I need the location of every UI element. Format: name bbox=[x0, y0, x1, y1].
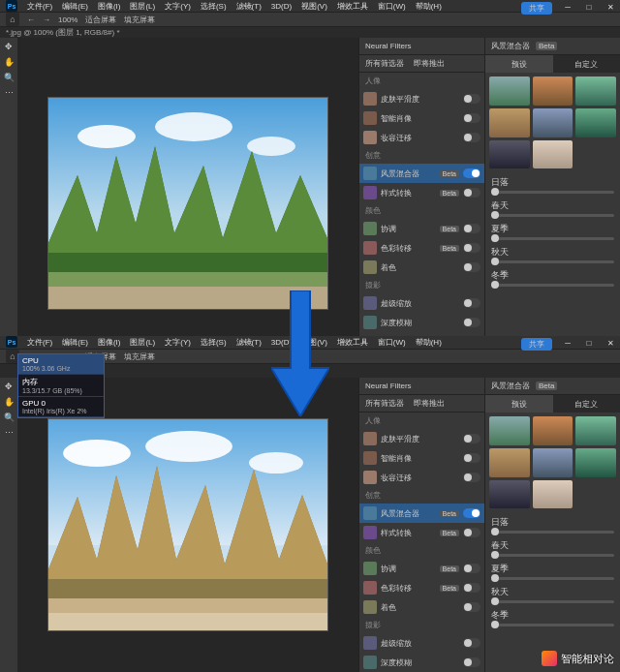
toggle[interactable] bbox=[463, 188, 480, 198]
menu-window[interactable]: 窗口(W) bbox=[378, 337, 406, 348]
toggle[interactable] bbox=[463, 318, 480, 327]
preset-thumb[interactable] bbox=[575, 108, 616, 137]
toggle[interactable] bbox=[463, 168, 480, 178]
menu-filter[interactable]: 滤镜(T) bbox=[236, 1, 262, 12]
menu-file[interactable]: 文件(F) bbox=[27, 337, 52, 348]
menu-edit[interactable]: 编辑(E) bbox=[62, 1, 88, 12]
zoom-tool-icon[interactable]: 🔍 bbox=[2, 411, 16, 424]
toggle[interactable] bbox=[463, 508, 480, 518]
toggle[interactable] bbox=[463, 564, 480, 573]
close-button[interactable]: ✕ bbox=[601, 0, 620, 14]
preset-thumb[interactable] bbox=[575, 448, 616, 477]
menu-window[interactable]: 窗口(W) bbox=[378, 1, 406, 12]
fill-screen[interactable]: 填充屏幕 bbox=[124, 15, 155, 25]
toggle[interactable] bbox=[463, 262, 480, 272]
toggle[interactable] bbox=[463, 602, 480, 612]
preset-thumb[interactable] bbox=[533, 480, 574, 509]
menu-help[interactable]: 帮助(H) bbox=[416, 1, 442, 12]
share-button[interactable]: 共享 bbox=[521, 2, 552, 15]
maximize-button[interactable]: □ bbox=[579, 0, 599, 14]
hand-tool-icon[interactable]: ✋ bbox=[2, 395, 16, 409]
more-tools-icon[interactable]: ⋯ bbox=[2, 86, 16, 100]
menu-3d[interactable]: 3D(D) bbox=[271, 2, 292, 11]
more-tools-icon[interactable]: ⋯ bbox=[2, 426, 16, 440]
rp-tab-presets[interactable]: 预设 bbox=[485, 395, 553, 412]
toggle[interactable] bbox=[463, 94, 480, 104]
rp-tab-presets[interactable]: 预设 bbox=[485, 55, 553, 73]
maximize-button[interactable]: □ bbox=[579, 336, 599, 350]
toggle[interactable] bbox=[463, 583, 480, 593]
slider[interactable] bbox=[491, 237, 614, 240]
toggle[interactable] bbox=[463, 657, 480, 667]
nf-tab-upcoming[interactable]: 即将推出 bbox=[414, 398, 445, 409]
preset-thumb[interactable] bbox=[489, 76, 530, 106]
zoom-value[interactable]: 100% bbox=[58, 15, 78, 24]
toggle[interactable] bbox=[463, 638, 480, 648]
close-button[interactable]: ✕ bbox=[601, 336, 620, 350]
toggle[interactable] bbox=[463, 298, 480, 308]
preset-thumb[interactable] bbox=[533, 108, 574, 137]
menu-image[interactable]: 图像(I) bbox=[98, 337, 121, 348]
share-button[interactable]: 共享 bbox=[521, 338, 552, 351]
preset-thumb[interactable] bbox=[489, 108, 530, 137]
preset-thumb[interactable] bbox=[533, 448, 574, 477]
menu-plugins[interactable]: 增效工具 bbox=[337, 1, 368, 12]
menu-help[interactable]: 帮助(H) bbox=[416, 337, 442, 348]
preset-thumb[interactable] bbox=[533, 76, 574, 106]
slider[interactable] bbox=[491, 577, 614, 580]
arrow-right-icon[interactable]: → bbox=[43, 15, 50, 24]
menu-filter[interactable]: 滤镜(T) bbox=[236, 337, 262, 348]
canvas-image-after[interactable] bbox=[47, 418, 328, 631]
preset-thumb[interactable] bbox=[533, 416, 574, 445]
slider[interactable] bbox=[491, 284, 614, 287]
rp-tab-custom[interactable]: 自定义 bbox=[553, 55, 621, 73]
toggle[interactable] bbox=[463, 243, 480, 253]
preset-thumb[interactable] bbox=[575, 416, 616, 445]
menu-type[interactable]: 文字(Y) bbox=[165, 1, 191, 12]
document-tab[interactable]: *.jpg @ 100% (图层 1, RGB/8#) * bbox=[6, 27, 120, 38]
zoom-tool-icon[interactable]: 🔍 bbox=[2, 71, 16, 84]
nf-tab-all[interactable]: 所有筛选器 bbox=[365, 398, 404, 409]
slider[interactable] bbox=[491, 214, 614, 217]
toggle[interactable] bbox=[463, 453, 480, 463]
preset-thumb[interactable] bbox=[489, 416, 530, 445]
menu-select[interactable]: 选择(S) bbox=[201, 1, 227, 12]
menu-layer[interactable]: 图层(L) bbox=[130, 337, 155, 348]
slider[interactable] bbox=[491, 600, 614, 603]
menu-layer[interactable]: 图层(L) bbox=[130, 1, 155, 12]
toggle[interactable] bbox=[463, 528, 480, 537]
toggle[interactable] bbox=[463, 113, 480, 123]
minimize-button[interactable]: ─ bbox=[558, 336, 577, 350]
toggle[interactable] bbox=[463, 224, 480, 233]
minimize-button[interactable]: ─ bbox=[558, 0, 577, 14]
fit-screen[interactable]: 适合屏幕 bbox=[85, 15, 116, 25]
menu-select[interactable]: 选择(S) bbox=[201, 337, 227, 348]
menu-edit[interactable]: 编辑(E) bbox=[62, 337, 88, 348]
menu-file[interactable]: 文件(F) bbox=[27, 1, 52, 12]
preset-thumb[interactable] bbox=[575, 76, 616, 106]
toggle[interactable] bbox=[463, 473, 480, 482]
toggle[interactable] bbox=[463, 133, 480, 142]
canvas-image-before[interactable] bbox=[47, 97, 328, 310]
arrow-left-icon[interactable]: ← bbox=[27, 15, 35, 24]
slider[interactable] bbox=[491, 531, 614, 534]
preset-thumb[interactable] bbox=[489, 140, 530, 169]
menu-type[interactable]: 文字(Y) bbox=[165, 337, 191, 348]
preset-thumb[interactable] bbox=[489, 448, 530, 477]
menu-plugins[interactable]: 增效工具 bbox=[337, 337, 368, 348]
home-icon[interactable]: ⌂ bbox=[6, 13, 19, 26]
fill-screen[interactable]: 填充屏幕 bbox=[124, 351, 155, 362]
slider[interactable] bbox=[491, 624, 614, 626]
menu-image[interactable]: 图像(I) bbox=[98, 1, 121, 12]
move-tool-icon[interactable]: ✥ bbox=[2, 380, 16, 393]
rp-tab-custom[interactable]: 自定义 bbox=[553, 395, 621, 412]
slider[interactable] bbox=[491, 554, 614, 557]
menu-view[interactable]: 视图(V) bbox=[301, 1, 327, 12]
preset-thumb[interactable] bbox=[533, 140, 574, 169]
nf-tab-upcoming[interactable]: 即将推出 bbox=[414, 58, 445, 69]
slider[interactable] bbox=[491, 191, 614, 194]
nf-tab-all[interactable]: 所有筛选器 bbox=[365, 58, 404, 69]
slider[interactable] bbox=[491, 260, 614, 263]
hand-tool-icon[interactable]: ✋ bbox=[2, 55, 16, 69]
toggle[interactable] bbox=[463, 434, 480, 443]
